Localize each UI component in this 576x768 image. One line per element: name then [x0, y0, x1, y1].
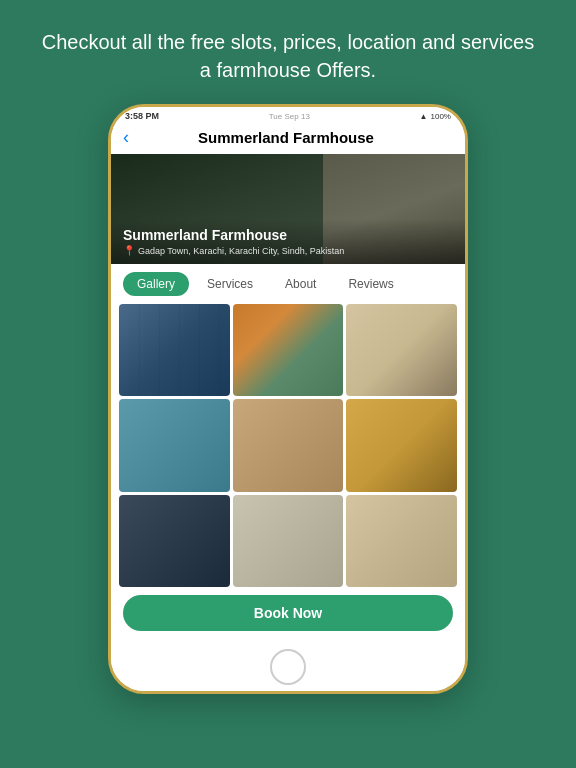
gallery-image-9[interactable] — [346, 495, 457, 587]
wifi-icon: ▲ — [420, 112, 428, 121]
gallery-image-1[interactable] — [119, 304, 230, 396]
gallery-image-8[interactable] — [233, 495, 344, 587]
gallery-image-3[interactable] — [346, 304, 457, 396]
hero-location: 📍 Gadap Town, Karachi, Karachi City, Sin… — [123, 245, 453, 256]
gallery-image-7[interactable] — [119, 495, 230, 587]
hero-section: Summerland Farmhouse 📍 Gadap Town, Karac… — [111, 154, 465, 264]
gallery-row-3 — [119, 495, 457, 587]
gallery-row-2 — [119, 399, 457, 491]
gallery-image-2[interactable] — [233, 304, 344, 396]
hero-title: Summerland Farmhouse — [123, 227, 453, 243]
hero-background: Summerland Farmhouse 📍 Gadap Town, Karac… — [111, 154, 465, 264]
home-button[interactable] — [270, 649, 306, 685]
tab-services[interactable]: Services — [193, 272, 267, 296]
location-pin-icon: 📍 — [123, 245, 135, 256]
tabs-row: Gallery Services About Reviews — [111, 264, 465, 304]
nav-bar: ‹ Summerland Farmhouse — [111, 123, 465, 154]
back-button[interactable]: ‹ — [123, 127, 129, 148]
status-bar: 3:58 PM Tue Sep 13 ▲ 100% — [111, 107, 465, 123]
gallery-image-6[interactable] — [346, 399, 457, 491]
gallery-row-1 — [119, 304, 457, 396]
gallery-image-5[interactable] — [233, 399, 344, 491]
status-time: 3:58 PM — [125, 111, 159, 121]
hero-overlay: Summerland Farmhouse 📍 Gadap Town, Karac… — [111, 219, 465, 264]
tab-gallery[interactable]: Gallery — [123, 272, 189, 296]
page-header-text: Checkout all the free slots, prices, loc… — [0, 0, 576, 104]
gallery-image-4[interactable] — [119, 399, 230, 491]
home-indicator — [111, 641, 465, 691]
status-battery: ▲ 100% — [420, 112, 451, 121]
nav-title: Summerland Farmhouse — [137, 129, 435, 146]
book-now-button[interactable]: Book Now — [123, 595, 453, 631]
tab-reviews[interactable]: Reviews — [334, 272, 407, 296]
gallery-grid — [111, 304, 465, 587]
status-date: Tue Sep 13 — [269, 112, 310, 121]
tab-about[interactable]: About — [271, 272, 330, 296]
device-frame: 3:58 PM Tue Sep 13 ▲ 100% ‹ Summerland F… — [108, 104, 468, 694]
book-now-bar: Book Now — [111, 587, 465, 641]
